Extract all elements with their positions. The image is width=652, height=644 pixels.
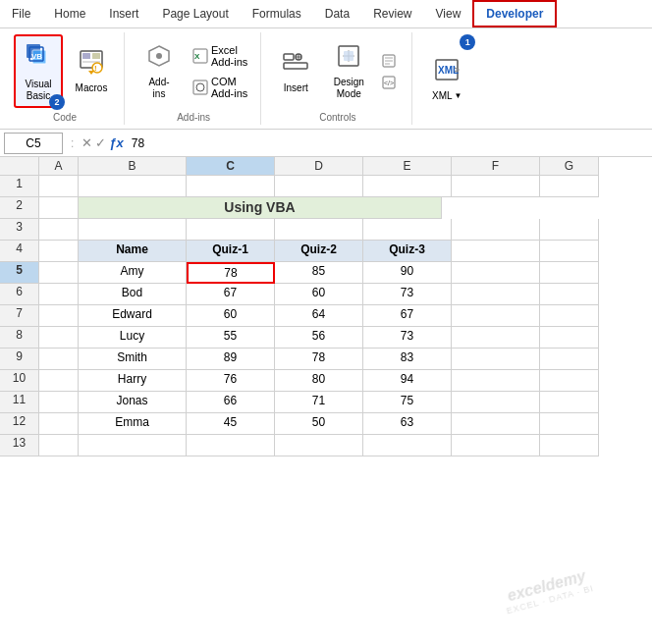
row-header-10[interactable]: 10 bbox=[0, 370, 39, 392]
tab-developer[interactable]: Developer bbox=[472, 0, 557, 27]
row-header-7[interactable]: 7 bbox=[0, 305, 39, 327]
cell-d1[interactable] bbox=[275, 176, 363, 197]
tab-data[interactable]: Data bbox=[313, 0, 361, 27]
cell-f4[interactable] bbox=[452, 241, 540, 262]
cell-b5-amy[interactable]: Amy bbox=[79, 262, 187, 284]
row-header-13[interactable]: 13 bbox=[0, 435, 39, 456]
cell-b11[interactable]: Jonas bbox=[79, 392, 187, 413]
cell-g9[interactable] bbox=[540, 349, 599, 370]
cell-f13[interactable] bbox=[452, 435, 540, 456]
cell-f3[interactable] bbox=[452, 219, 540, 241]
tab-page-layout[interactable]: Page Layout bbox=[150, 0, 240, 27]
cell-d11[interactable]: 71 bbox=[275, 392, 363, 413]
view-code-small-button[interactable]: </> bbox=[377, 73, 404, 92]
cell-b13[interactable] bbox=[79, 435, 187, 456]
cell-e6[interactable]: 73 bbox=[363, 284, 452, 305]
cell-g3[interactable] bbox=[540, 219, 599, 241]
row-header-5[interactable]: 5 bbox=[0, 262, 39, 284]
cell-b9[interactable]: Smith bbox=[79, 349, 187, 370]
tab-view[interactable]: View bbox=[424, 0, 473, 27]
cell-c6[interactable]: 67 bbox=[187, 284, 275, 305]
cell-a12[interactable] bbox=[39, 413, 79, 435]
cell-b3[interactable] bbox=[79, 219, 187, 241]
cell-d13[interactable] bbox=[275, 435, 363, 456]
cell-b8[interactable]: Lucy bbox=[79, 327, 187, 349]
cell-c3[interactable] bbox=[187, 219, 275, 241]
cell-d9[interactable]: 78 bbox=[275, 349, 363, 370]
cell-g13[interactable] bbox=[540, 435, 599, 456]
cell-c5-78[interactable]: 78 bbox=[187, 262, 275, 284]
cell-d7[interactable]: 64 bbox=[275, 305, 363, 327]
cell-b7[interactable]: Edward bbox=[79, 305, 187, 327]
row-header-1[interactable]: 1 bbox=[0, 176, 39, 197]
tab-home[interactable]: Home bbox=[42, 0, 97, 27]
cell-f10[interactable] bbox=[452, 370, 540, 392]
cell-a10[interactable] bbox=[39, 370, 79, 392]
cell-a6[interactable] bbox=[39, 284, 79, 305]
cell-d3[interactable] bbox=[275, 219, 363, 241]
insert-function-icon[interactable]: ƒx bbox=[109, 135, 123, 150]
cell-b2-title[interactable]: Using VBA bbox=[79, 197, 442, 219]
cell-e9[interactable]: 83 bbox=[363, 349, 452, 370]
cell-a1[interactable] bbox=[39, 176, 79, 197]
cell-g10[interactable] bbox=[540, 370, 599, 392]
cell-g6[interactable] bbox=[540, 284, 599, 305]
cell-a7[interactable] bbox=[39, 305, 79, 327]
excel-add-ins-button[interactable]: X ExcelAdd-ins bbox=[188, 41, 252, 71]
cell-c13[interactable] bbox=[187, 435, 275, 456]
col-header-d[interactable]: D bbox=[275, 157, 363, 176]
cell-d5[interactable]: 85 bbox=[275, 262, 363, 284]
cell-e7[interactable]: 67 bbox=[363, 305, 452, 327]
col-header-a[interactable]: A bbox=[39, 157, 79, 176]
cell-g4[interactable] bbox=[540, 241, 599, 262]
xml-button[interactable]: XML XML ▼ bbox=[422, 51, 471, 107]
cell-c12[interactable]: 45 bbox=[187, 413, 275, 435]
cell-g1[interactable] bbox=[540, 176, 599, 197]
cell-c1[interactable] bbox=[187, 176, 275, 197]
row-header-12[interactable]: 12 bbox=[0, 413, 39, 435]
cell-c11[interactable]: 66 bbox=[187, 392, 275, 413]
tab-formulas[interactable]: Formulas bbox=[241, 0, 313, 27]
cell-b4-name[interactable]: Name bbox=[79, 241, 187, 262]
cell-c4-quiz1[interactable]: Quiz-1 bbox=[187, 241, 275, 262]
cell-f1[interactable] bbox=[452, 176, 540, 197]
properties-button[interactable] bbox=[377, 51, 404, 71]
row-header-6[interactable]: 6 bbox=[0, 284, 39, 305]
cell-g8[interactable] bbox=[540, 327, 599, 349]
row-header-8[interactable]: 8 bbox=[0, 327, 39, 349]
cell-a8[interactable] bbox=[39, 327, 79, 349]
tab-review[interactable]: Review bbox=[361, 0, 423, 27]
row-header-2[interactable]: 2 bbox=[0, 197, 39, 219]
cell-f8[interactable] bbox=[452, 327, 540, 349]
cancel-formula-icon[interactable]: ✕ bbox=[82, 135, 92, 150]
cell-a11[interactable] bbox=[39, 392, 79, 413]
cell-e5[interactable]: 90 bbox=[363, 262, 452, 284]
cell-f7[interactable] bbox=[452, 305, 540, 327]
col-header-b[interactable]: B bbox=[79, 157, 187, 176]
cell-f6[interactable] bbox=[452, 284, 540, 305]
row-header-11[interactable]: 11 bbox=[0, 392, 39, 413]
cell-g5[interactable] bbox=[540, 262, 599, 284]
macros-button[interactable]: ! Macros bbox=[67, 43, 116, 99]
cell-g11[interactable] bbox=[540, 392, 599, 413]
cell-c10[interactable]: 76 bbox=[187, 370, 275, 392]
cell-e11[interactable]: 75 bbox=[363, 392, 452, 413]
cell-d4-quiz2[interactable]: Quiz-2 bbox=[275, 241, 363, 262]
row-header-9[interactable]: 9 bbox=[0, 349, 39, 370]
cell-b6[interactable]: Bod bbox=[79, 284, 187, 305]
cell-d12[interactable]: 50 bbox=[275, 413, 363, 435]
cell-c8[interactable]: 55 bbox=[187, 327, 275, 349]
cell-e3[interactable] bbox=[363, 219, 452, 241]
cell-b1[interactable] bbox=[79, 176, 187, 197]
cell-a4[interactable] bbox=[39, 241, 79, 262]
col-header-f[interactable]: F bbox=[452, 157, 540, 176]
design-mode-button[interactable]: DesignMode bbox=[324, 37, 373, 105]
cell-d8[interactable]: 56 bbox=[275, 327, 363, 349]
cell-a13[interactable] bbox=[39, 435, 79, 456]
cell-e12[interactable]: 63 bbox=[363, 413, 452, 435]
formula-input[interactable] bbox=[128, 135, 648, 151]
tab-file[interactable]: File bbox=[0, 0, 42, 27]
cell-e8[interactable]: 73 bbox=[363, 327, 452, 349]
cell-e10[interactable]: 94 bbox=[363, 370, 452, 392]
cell-g7[interactable] bbox=[540, 305, 599, 327]
